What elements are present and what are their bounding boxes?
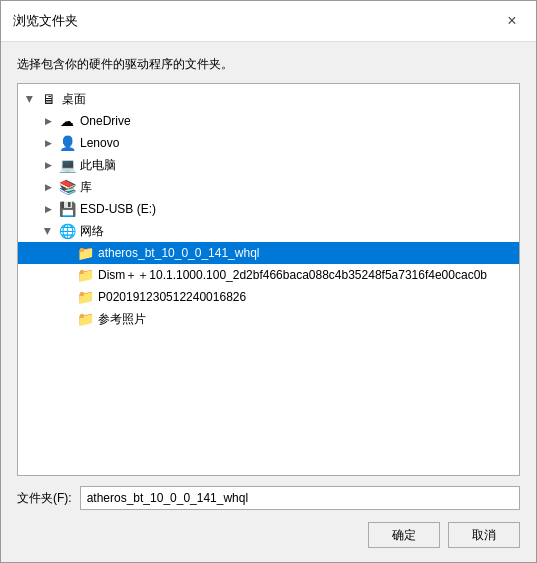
tree-item-p02[interactable]: ▶📁P020191230512240016826: [18, 286, 519, 308]
item-icon-photos: 📁: [76, 311, 94, 327]
expander-desktop[interactable]: ▶: [22, 91, 38, 107]
title-bar: 浏览文件夹 ×: [1, 1, 536, 42]
item-label-lenovo: Lenovo: [80, 136, 119, 150]
item-icon-p02: 📁: [76, 289, 94, 305]
item-icon-lenovo: 👤: [58, 135, 76, 151]
tree-item-atheros[interactable]: ▶📁atheros_bt_10_0_0_141_whql: [18, 242, 519, 264]
item-label-thispc: 此电脑: [80, 157, 116, 174]
button-row: 确定 取消: [17, 516, 520, 552]
dialog-title: 浏览文件夹: [13, 12, 78, 30]
item-label-atheros: atheros_bt_10_0_0_141_whql: [98, 246, 259, 260]
folder-label: 文件夹(F):: [17, 490, 72, 507]
expander-thispc[interactable]: ▶: [40, 157, 56, 173]
footer-row: 文件夹(F):: [17, 476, 520, 516]
expander-onedrive[interactable]: ▶: [40, 113, 56, 129]
tree-item-desktop[interactable]: ▶🖥桌面: [18, 88, 519, 110]
expander-lenovo[interactable]: ▶: [40, 135, 56, 151]
item-icon-esd: 💾: [58, 201, 76, 217]
item-icon-onedrive: ☁: [58, 113, 76, 129]
tree-item-lenovo[interactable]: ▶👤Lenovo: [18, 132, 519, 154]
tree-item-network[interactable]: ▶🌐网络: [18, 220, 519, 242]
tree-item-thispc[interactable]: ▶💻此电脑: [18, 154, 519, 176]
item-icon-thispc: 💻: [58, 157, 76, 173]
confirm-button[interactable]: 确定: [368, 522, 440, 548]
tree-item-onedrive[interactable]: ▶☁OneDrive: [18, 110, 519, 132]
dialog-body: 选择包含你的硬件的驱动程序的文件夹。 ▶🖥桌面▶☁OneDrive▶👤Lenov…: [1, 42, 536, 562]
item-label-p02: P020191230512240016826: [98, 290, 246, 304]
item-label-photos: 参考照片: [98, 311, 146, 328]
item-icon-network: 🌐: [58, 223, 76, 239]
item-icon-desktop: 🖥: [40, 91, 58, 107]
item-icon-dism: 📁: [76, 267, 94, 283]
tree-item-photos[interactable]: ▶📁参考照片: [18, 308, 519, 330]
tree-item-esd[interactable]: ▶💾ESD-USB (E:): [18, 198, 519, 220]
cancel-button[interactable]: 取消: [448, 522, 520, 548]
expander-network[interactable]: ▶: [40, 223, 56, 239]
item-label-dism: Dism＋＋10.1.1000.100_2d2bf466baca088c4b35…: [98, 267, 487, 284]
close-button[interactable]: ×: [500, 9, 524, 33]
item-label-esd: ESD-USB (E:): [80, 202, 156, 216]
folder-tree[interactable]: ▶🖥桌面▶☁OneDrive▶👤Lenovo▶💻此电脑▶📚库▶💾ESD-USB …: [17, 83, 520, 476]
expander-esd[interactable]: ▶: [40, 201, 56, 217]
item-label-onedrive: OneDrive: [80, 114, 131, 128]
item-label-desktop: 桌面: [62, 91, 86, 108]
item-label-network: 网络: [80, 223, 104, 240]
expander-library[interactable]: ▶: [40, 179, 56, 195]
item-icon-library: 📚: [58, 179, 76, 195]
tree-item-library[interactable]: ▶📚库: [18, 176, 519, 198]
instruction-text: 选择包含你的硬件的驱动程序的文件夹。: [17, 56, 520, 73]
folder-input[interactable]: [80, 486, 520, 510]
item-label-library: 库: [80, 179, 92, 196]
item-icon-atheros: 📁: [76, 245, 94, 261]
tree-item-dism[interactable]: ▶📁Dism＋＋10.1.1000.100_2d2bf466baca088c4b…: [18, 264, 519, 286]
browse-folder-dialog: 浏览文件夹 × 选择包含你的硬件的驱动程序的文件夹。 ▶🖥桌面▶☁OneDriv…: [0, 0, 537, 563]
